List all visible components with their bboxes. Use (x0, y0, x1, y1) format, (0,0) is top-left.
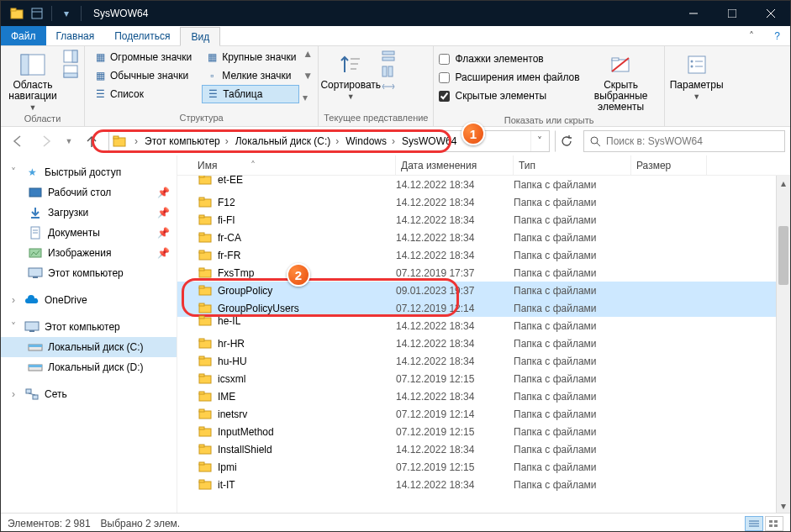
tab-home[interactable]: Главная (46, 26, 105, 45)
sidebar-item[interactable]: Документы📌 (1, 223, 177, 243)
svg-rect-36 (29, 188, 41, 197)
sidebar-item[interactable]: Рабочий стол📌 (1, 182, 177, 203)
svg-rect-55 (199, 176, 204, 177)
nav-pane-button[interactable]: Область навигации ▼ (6, 48, 60, 112)
nav-network[interactable]: › Сеть (1, 384, 177, 404)
svg-rect-59 (199, 215, 204, 218)
close-button[interactable] (751, 1, 790, 26)
nav-forward-button[interactable] (34, 129, 58, 153)
qat-dropdown-icon[interactable]: ▾ (57, 4, 76, 23)
folder-icon (111, 133, 128, 150)
col-size[interactable]: Размер (631, 155, 707, 175)
nav-back-button[interactable] (6, 129, 29, 153)
sort-button[interactable]: Сортировать ▼ (324, 48, 377, 101)
nav-recent-dropdown[interactable]: ▼ (63, 129, 75, 153)
tab-file[interactable]: Файл (1, 26, 46, 45)
scroll-down-icon[interactable]: ▾ (777, 498, 790, 513)
table-row[interactable]: F1214.12.2022 18:34Папка с файлами (177, 193, 790, 211)
sidebar-item[interactable]: Этот компьютер (1, 263, 177, 283)
svg-rect-42 (29, 249, 41, 257)
table-row[interactable]: InstallShield14.12.2022 18:34Папка с фай… (177, 440, 790, 458)
table-row[interactable]: Ipmi07.12.2019 12:15Папка с файлами (177, 458, 790, 476)
table-row[interactable]: InputMethod07.12.2019 12:15Папка с файла… (177, 423, 790, 440)
table-row[interactable]: inetsrv07.12.2019 12:14Папка с файлами (177, 405, 790, 423)
view-thumbnails-button[interactable] (765, 516, 783, 531)
folder-icon (198, 443, 213, 456)
group-by-icon[interactable] (381, 50, 396, 63)
details-pane-icon[interactable] (63, 65, 78, 78)
help-icon[interactable]: ? (764, 26, 790, 45)
chk-extensions[interactable]: Расширения имен файлов (439, 68, 579, 87)
table-row[interactable]: fr-CA14.12.2022 18:34Папка с файлами (177, 229, 790, 246)
refresh-button[interactable] (555, 130, 578, 152)
svg-rect-5 (728, 9, 736, 18)
table-row[interactable]: FxsTmp07.12.2019 17:37Папка с файлами (177, 264, 790, 282)
hide-selected-button[interactable]: Скрыть выбранные элементы (583, 48, 659, 113)
svg-rect-57 (199, 198, 204, 200)
svg-rect-2 (32, 8, 42, 18)
nav-drive-d[interactable]: Локальный диск (D:) (1, 357, 177, 377)
col-date[interactable]: Дата изменения (396, 155, 514, 175)
folder-icon (198, 302, 213, 315)
table-row[interactable]: hr-HR14.12.2022 18:34Папка с файлами (177, 334, 790, 352)
crumb-syswow64: SysWOW64 (398, 131, 460, 151)
size-columns-icon[interactable] (381, 80, 396, 93)
breadcrumb[interactable]: › Этот компьютер› Локальный диск (C:)› W… (108, 130, 550, 152)
gallery-down-icon[interactable]: ▼ (303, 70, 313, 82)
gallery-up-icon[interactable]: ▲ (303, 48, 313, 60)
table-row[interactable]: icsxml07.12.2019 12:15Папка с файлами (177, 370, 790, 387)
maximize-button[interactable] (713, 1, 751, 26)
table-row[interactable]: he-IL14.12.2022 18:34Папка с файлами (177, 317, 790, 334)
table-row[interactable]: fr-FR14.12.2022 18:34Папка с файлами (177, 246, 790, 264)
view-details-button[interactable] (745, 516, 763, 531)
table-row[interactable]: IME14.12.2022 18:34Папка с файлами (177, 387, 790, 405)
svg-rect-69 (199, 303, 204, 306)
chk-hidden[interactable]: Скрытые элементы (439, 87, 579, 105)
address-dropdown-icon[interactable]: ˅ (530, 131, 547, 151)
nav-this-pc[interactable]: ˅ Этот компьютер (1, 317, 177, 337)
vertical-scrollbar[interactable]: ▴ ▾ (776, 176, 790, 513)
search-input[interactable]: Поиск в: SysWOW64 (583, 130, 785, 152)
table-row[interactable]: et-EE14.12.2022 18:34Папка с файлами (177, 176, 790, 193)
hide-selected-icon (608, 51, 635, 78)
layout-gallery[interactable]: ▦Огромные значки ▦Крупные значки ▦Обычны… (90, 48, 299, 103)
svg-point-34 (591, 137, 598, 144)
svg-rect-24 (612, 58, 619, 61)
chk-item-checkboxes[interactable]: Флажки элементов (439, 50, 579, 68)
nav-item-icon (28, 266, 43, 281)
folder-icon (198, 231, 213, 245)
qat-properties-icon[interactable] (28, 4, 46, 23)
nav-up-button[interactable] (80, 129, 103, 153)
options-button[interactable]: Параметры ▼ (670, 48, 724, 101)
scroll-up-icon[interactable]: ▴ (777, 176, 790, 190)
col-name[interactable]: Имя˄ (177, 155, 396, 175)
nav-pane-icon (19, 51, 46, 78)
address-bar: ▼ › Этот компьютер› Локальный диск (C:)›… (1, 127, 790, 155)
svg-rect-75 (199, 356, 204, 359)
svg-rect-93 (769, 520, 773, 523)
sidebar-item[interactable]: Изображения📌 (1, 243, 177, 263)
scroll-thumb[interactable] (778, 226, 788, 285)
nav-onedrive[interactable]: › OneDrive (1, 290, 177, 310)
layout-list: ☰Список (90, 85, 195, 103)
minimize-button[interactable] (674, 1, 713, 26)
window-title: SysWOW64 (85, 8, 674, 19)
add-column-icon[interactable] (381, 65, 396, 78)
table-row[interactable]: fi-FI14.12.2022 18:34Папка с файлами (177, 211, 790, 229)
tab-view[interactable]: Вид (180, 27, 220, 46)
nav-quick-access[interactable]: ˅ ★ Быстрый доступ (1, 162, 177, 182)
table-row[interactable]: GroupPolicy09.01.2023 19:37Папка с файла… (177, 282, 790, 299)
tab-share[interactable]: Поделиться (104, 26, 180, 45)
nav-drive-c[interactable]: Локальный диск (C:) (1, 337, 177, 357)
svg-rect-67 (199, 286, 204, 288)
folder-icon (198, 478, 213, 492)
sidebar-item[interactable]: Загрузки📌 (1, 203, 177, 223)
table-row[interactable]: it-IT14.12.2022 18:34Папка с файлами (177, 476, 790, 493)
preview-pane-icon[interactable] (63, 50, 78, 63)
table-row[interactable]: hu-HU14.12.2022 18:34Папка с файлами (177, 352, 790, 370)
nav-item-icon (28, 185, 43, 200)
col-type[interactable]: Тип (514, 155, 631, 175)
svg-rect-19 (382, 57, 394, 61)
gallery-more-icon[interactable]: ▾ (303, 92, 313, 103)
ribbon-collapse-icon[interactable]: ˄ (739, 26, 764, 45)
